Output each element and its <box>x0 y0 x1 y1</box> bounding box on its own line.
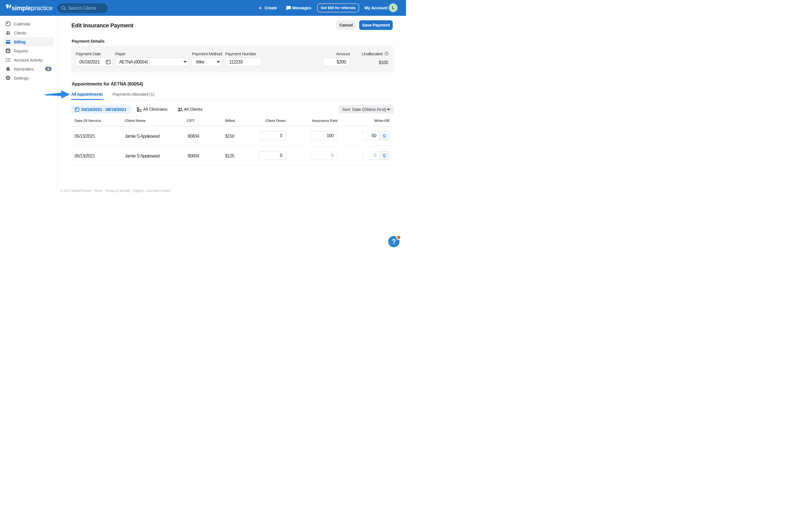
svg-text:?: ? <box>386 52 388 55</box>
